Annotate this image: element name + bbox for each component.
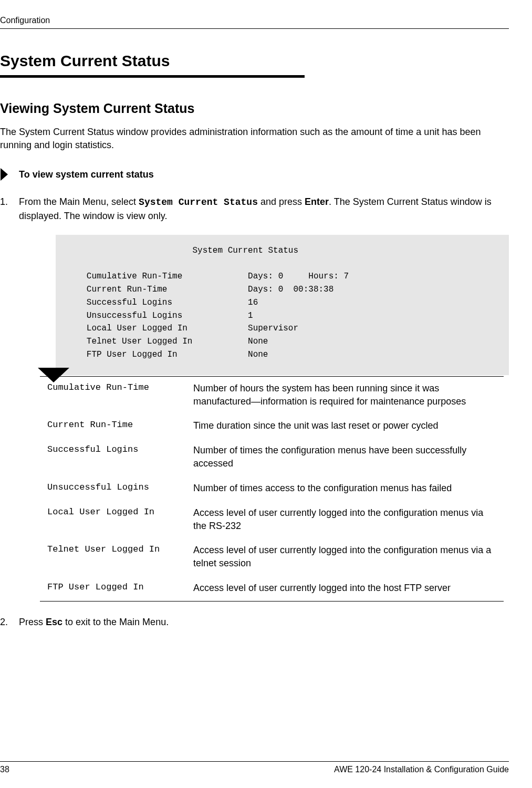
- arrow-right-icon: [0, 168, 14, 181]
- table-row: FTP User Logged InAccess level of user c…: [40, 576, 504, 601]
- definition-description: Number of hours the system has been runn…: [193, 382, 496, 408]
- step-1-command: System Current Status: [139, 197, 258, 208]
- doc-title: AWE 120-24 Installation & Configuration …: [334, 765, 509, 774]
- definition-description: Time duration since the unit was last re…: [193, 419, 496, 432]
- section-heading: Viewing System Current Status: [0, 101, 509, 116]
- definition-description: Access level of user currently logged in…: [193, 582, 496, 595]
- table-row: Unsuccessful LoginsNumber of times acces…: [40, 476, 504, 501]
- pointer-down-icon: [38, 368, 69, 382]
- definition-term: Unsuccessful Logins: [47, 482, 184, 495]
- svg-marker-0: [1, 168, 8, 181]
- terminal-window: System Current Status Cumulative Run-Tim…: [56, 235, 509, 375]
- step-1: From the Main Menu, select System Curren…: [0, 195, 509, 601]
- definition-table: Cumulative Run-TimeNumber of hours the s…: [40, 376, 504, 602]
- running-header: Configuration: [0, 16, 509, 25]
- procedure-title: To view system current status: [19, 169, 154, 180]
- definition-term: Telnet User Logged In: [47, 544, 184, 570]
- definition-term: Local User Logged In: [47, 506, 184, 533]
- definition-term: FTP User Logged In: [47, 582, 184, 595]
- header-rule: [0, 28, 509, 29]
- step-2-text-post: to exit to the Main Menu.: [62, 617, 169, 627]
- table-row: Current Run-TimeTime duration since the …: [40, 414, 504, 439]
- definition-description: Access level of user currently logged in…: [193, 544, 496, 570]
- svg-marker-1: [38, 368, 69, 382]
- title-rule: [0, 75, 305, 78]
- step-1-text-mid: and press: [258, 196, 305, 207]
- definition-term: Current Run-Time: [47, 419, 184, 432]
- definition-term: Cumulative Run-Time: [47, 382, 184, 408]
- step-1-text-pre: From the Main Menu, select: [19, 196, 139, 207]
- intro-paragraph: The System Current Status window provide…: [0, 126, 509, 152]
- page-footer: 38 AWE 120-24 Installation & Configurati…: [0, 761, 509, 774]
- table-row: Cumulative Run-TimeNumber of hours the s…: [40, 377, 504, 414]
- step-1-key: Enter: [305, 196, 329, 207]
- page-title: System Current Status: [0, 52, 509, 70]
- table-row: Telnet User Logged InAccess level of use…: [40, 538, 504, 576]
- table-row: Local User Logged InAccess level of user…: [40, 501, 504, 539]
- step-2: Press Esc to exit to the Main Menu.: [0, 615, 509, 629]
- definition-description: Access level of user currently logged in…: [193, 506, 496, 533]
- definition-term: Successful Logins: [47, 444, 184, 470]
- table-row: Successful LoginsNumber of times the con…: [40, 439, 504, 476]
- page-number: 38: [0, 765, 9, 774]
- step-2-key: Esc: [46, 617, 62, 627]
- definition-description: Number of times access to the configurat…: [193, 482, 496, 495]
- definition-description: Number of times the configuration menus …: [193, 444, 496, 470]
- step-2-text-pre: Press: [19, 617, 46, 627]
